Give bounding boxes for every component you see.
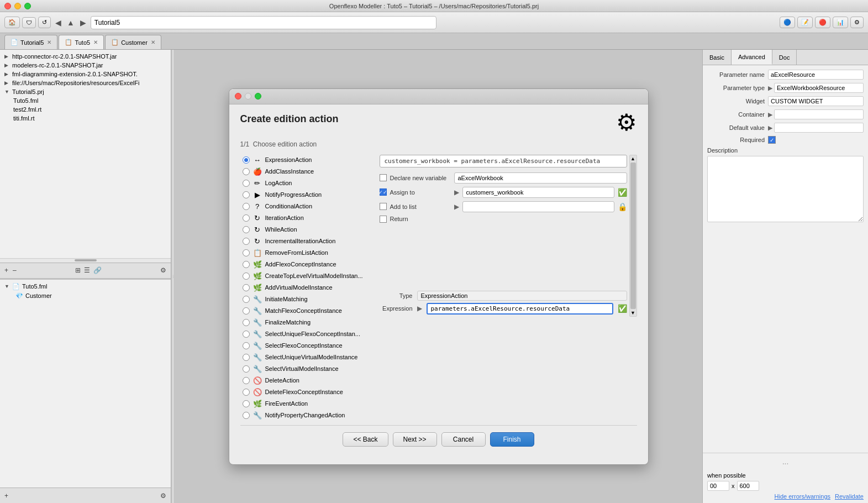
description-textarea[interactable] xyxy=(707,156,864,222)
tab-tutorial5[interactable]: 📄 Tutorial5 ✕ xyxy=(4,35,57,49)
action-conditional[interactable]: ? ConditionalAction xyxy=(240,201,373,212)
toolbar-extra-btn5[interactable]: ⚙ xyxy=(850,17,864,28)
nav-back-btn[interactable]: ◀ xyxy=(53,17,64,28)
tree-item-titi[interactable]: titi.fml.rt xyxy=(0,114,171,123)
action-radio[interactable] xyxy=(243,400,250,407)
action-add-class[interactable]: 🍎 AddClassInstance xyxy=(240,166,373,177)
dialog-close-btn[interactable] xyxy=(235,93,241,99)
revalidate-link[interactable]: Revalidate xyxy=(835,493,864,500)
tab-tuto5-close[interactable]: ✕ xyxy=(93,39,98,45)
height-input[interactable] xyxy=(737,481,759,491)
action-radio[interactable] xyxy=(243,156,250,164)
action-delete-flexo[interactable]: 🚫 DeleteFlexoConceptInstance xyxy=(240,387,373,397)
action-match-flexo[interactable]: 🔧 MatchFlexoConceptInstance xyxy=(240,306,373,316)
action-radio[interactable] xyxy=(243,377,250,384)
default-value-input[interactable] xyxy=(774,123,864,133)
sidebar-add-btn[interactable]: + xyxy=(3,265,9,275)
project-path-input[interactable] xyxy=(91,16,437,29)
action-incremental[interactable]: ↻ IncrementalIterationAction xyxy=(240,236,373,247)
back-button[interactable]: << Back xyxy=(343,432,388,447)
action-notify-property[interactable]: 🔧 NotifyPropertyChangedAction xyxy=(240,410,373,421)
action-radio[interactable] xyxy=(243,168,250,175)
sidebar-settings-btn2[interactable]: ⚙ xyxy=(159,491,167,501)
assign-checkbox[interactable]: ✓ xyxy=(380,188,387,196)
tab-tutorial5-close[interactable]: ✕ xyxy=(47,39,51,45)
action-radio[interactable] xyxy=(243,365,250,373)
action-radio[interactable] xyxy=(243,296,250,303)
toolbar-shield-btn[interactable]: 🛡 xyxy=(22,17,36,28)
declare-variable-input[interactable] xyxy=(454,172,627,184)
action-radio[interactable] xyxy=(243,261,250,268)
action-radio[interactable] xyxy=(243,203,250,210)
action-add-virtual[interactable]: 🌿 AddVirtualModelInstance xyxy=(240,282,373,293)
dialog-min-btn[interactable] xyxy=(245,93,251,99)
action-radio[interactable] xyxy=(243,180,250,187)
action-select-unique-flexo[interactable]: 🔧 SelectUniqueFlexoConceptInstan... xyxy=(240,329,373,339)
scroll-down-btn[interactable]: ▼ xyxy=(630,310,636,316)
action-log[interactable]: ✏ LogAction xyxy=(240,178,373,188)
action-select-unique-virtual[interactable]: 🔧 SelectUniqueVirtualModelInstance xyxy=(240,352,373,363)
minimize-button[interactable] xyxy=(14,3,21,9)
action-fire-event[interactable]: 🌿 FireEventAction xyxy=(240,399,373,409)
maximize-button[interactable] xyxy=(24,3,31,9)
toolbar-extra-btn2[interactable]: 📝 xyxy=(797,17,813,28)
toolbar-extra-btn1[interactable]: 🔵 xyxy=(780,17,795,28)
toolbar-icon-btn[interactable]: 🏠 xyxy=(4,17,20,28)
action-notify-progress[interactable]: ▶ NotifyProgressAction xyxy=(240,190,373,200)
addlist-input[interactable] xyxy=(462,201,614,212)
action-radio[interactable] xyxy=(243,307,250,315)
width-input[interactable] xyxy=(707,481,729,491)
action-select-virtual[interactable]: 🔧 SelectVirtualModelInstance xyxy=(240,364,373,374)
hide-errors-link[interactable]: Hide errors/warnings xyxy=(775,493,830,500)
toolbar-refresh-btn[interactable]: ↺ xyxy=(38,17,51,28)
tree-item-tutorial5[interactable]: ▼ Tutorial5.prj xyxy=(0,87,171,96)
action-remove-from-list[interactable]: 📋 RemoveFromListAction xyxy=(240,248,373,258)
action-radio[interactable] xyxy=(243,354,250,361)
scroll-up-btn[interactable]: ▲ xyxy=(630,155,636,162)
action-expression[interactable]: ↔ ExpressionAction xyxy=(240,155,373,165)
cancel-button[interactable]: Cancel xyxy=(441,432,486,447)
tree-item-modelers[interactable]: ▶ modelers-rc-2.0.1-SNAPSHOT.jar xyxy=(0,61,171,70)
action-radio[interactable] xyxy=(243,249,250,256)
close-button[interactable] xyxy=(4,3,11,9)
tree2-tuto5[interactable]: ▼ 📄 Tuto5.fml xyxy=(0,282,171,291)
action-while[interactable]: ↻ WhileAction xyxy=(240,224,373,235)
sidebar-remove-btn[interactable]: – xyxy=(12,265,18,275)
container-input[interactable] xyxy=(774,109,864,119)
nav-forward-btn[interactable]: ▶ xyxy=(78,17,88,28)
action-radio[interactable] xyxy=(243,273,250,280)
sidebar-layout-btn1[interactable]: ⊞ xyxy=(74,265,82,275)
tab-customer-close[interactable]: ✕ xyxy=(151,39,155,45)
panel-tab-doc[interactable]: Doc xyxy=(772,50,797,65)
widget-select[interactable]: CUSTOM WIDGET xyxy=(768,96,864,106)
tab-customer[interactable]: 📋 Customer ✕ xyxy=(105,35,161,49)
action-radio[interactable] xyxy=(243,238,250,245)
action-select-flexo[interactable]: 🔧 SelectFlexoConceptInstance xyxy=(240,340,373,351)
sidebar-add-btn2[interactable]: + xyxy=(3,491,9,501)
addlist-checkbox[interactable] xyxy=(380,203,387,210)
action-iteration[interactable]: ↻ IterationAction xyxy=(240,213,373,223)
nav-up-btn[interactable]: ▲ xyxy=(65,17,77,28)
tree-item-file-users[interactable]: ▶ file://Users/mac/Repositories/resource… xyxy=(0,78,171,87)
action-radio[interactable] xyxy=(243,226,250,233)
action-radio[interactable] xyxy=(243,342,250,349)
action-add-flexo[interactable]: 🌿 AddFlexoConceptInstance xyxy=(240,259,373,270)
tab-tuto5[interactable]: 📋 Tuto5 ✕ xyxy=(59,35,104,49)
required-checkbox[interactable]: ✓ xyxy=(768,136,776,144)
action-initiate-matching[interactable]: 🔧 InitiateMatching xyxy=(240,294,373,305)
panel-tab-basic[interactable]: Basic xyxy=(703,50,732,65)
assign-to-input[interactable] xyxy=(462,187,614,198)
panel-tab-advanced[interactable]: Advanced xyxy=(732,50,772,65)
next-button[interactable]: Next >> xyxy=(393,432,437,447)
action-radio[interactable] xyxy=(243,389,250,396)
return-checkbox[interactable] xyxy=(380,216,387,223)
tree-item-tuto5[interactable]: Tuto5.fml xyxy=(0,96,171,105)
tree-item-fml-diag[interactable]: ▶ fml-diagramming-extension-2.0.1-SNAPSH… xyxy=(0,70,171,78)
action-create-top[interactable]: 🌿 CreateTopLevelVirtualModelInstan... xyxy=(240,271,373,281)
widget-select-wrap[interactable]: CUSTOM WIDGET xyxy=(768,96,864,106)
action-finalize-matching[interactable]: 🔧 FinalizeMatching xyxy=(240,317,373,328)
tree2-customer[interactable]: 💎 Customer xyxy=(0,291,171,301)
action-radio[interactable] xyxy=(243,319,250,326)
sidebar-settings-btn[interactable]: ⚙ xyxy=(159,265,167,275)
tree-item-http[interactable]: ▶ http-connector-rc-2.0.1-SNAPSHOT.jar xyxy=(0,52,171,61)
